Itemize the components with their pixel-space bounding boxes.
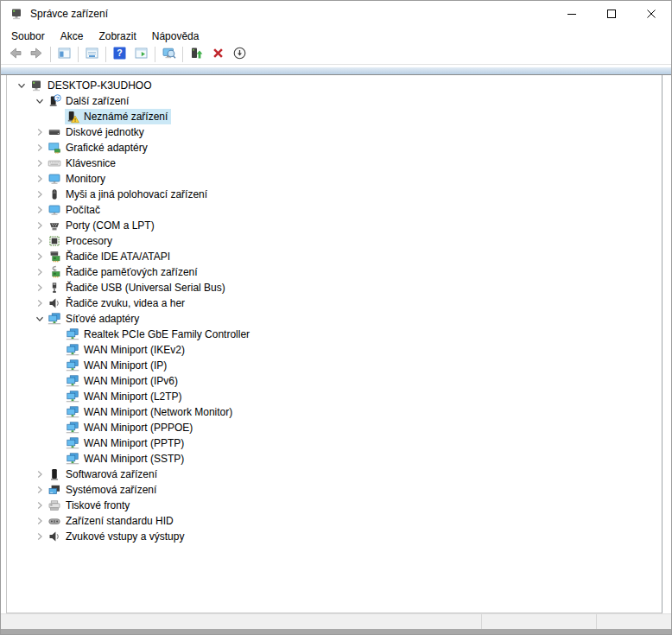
show-console-tree-button[interactable] <box>54 46 75 64</box>
tree-item-content[interactable]: WAN Miniport (SSTP) <box>65 451 187 467</box>
tree-item-content[interactable]: Zvukové vstupy a výstupy <box>47 529 187 544</box>
tree-item-content[interactable]: Síťové adaptéry <box>47 311 143 327</box>
tree-item-content[interactable]: Diskové jednotky <box>47 124 148 140</box>
chevron-right-icon[interactable] <box>32 498 47 512</box>
tree-item[interactable]: Softwarová zařízení <box>7 467 662 482</box>
chevron-right-icon[interactable] <box>32 203 47 217</box>
chevron-down-icon[interactable] <box>32 312 47 326</box>
scan-hardware-changes-button[interactable] <box>158 46 180 64</box>
chevron-right-icon[interactable] <box>32 467 47 481</box>
tree-item-content[interactable]: Procesory <box>47 233 116 249</box>
tree-item[interactable]: Myši a jiná polohovací zařízení <box>7 187 662 202</box>
chevron-right-icon[interactable] <box>32 250 47 264</box>
chevron-right-icon[interactable] <box>32 265 47 279</box>
tree-item[interactable]: Řadiče zvuku, videa a her <box>7 295 662 311</box>
help-button[interactable]: ? <box>109 46 130 64</box>
tree-item[interactable]: Zařízení standardu HID <box>7 513 662 529</box>
tree-item[interactable]: Systémová zařízení <box>7 482 662 498</box>
tree-item-content[interactable]: Řadiče USB (Universal Serial Bus) <box>47 280 229 295</box>
tree-item-content[interactable]: Monitory <box>47 171 109 187</box>
tree-item[interactable]: Grafické adaptéry <box>7 140 662 156</box>
tree-item-content[interactable]: Softwarová zařízení <box>47 467 161 482</box>
tree-item-content[interactable]: WAN Miniport (IP) <box>65 358 170 373</box>
tree-item-content[interactable]: Realtek PCIe GbE Family Controller <box>65 327 253 342</box>
svg-text:?: ? <box>56 95 60 101</box>
tree-item-content[interactable]: Řadiče paměťových zařízení <box>47 264 201 280</box>
tree-item[interactable]: WAN Miniport (IPv6) <box>7 373 662 389</box>
close-button[interactable] <box>631 1 671 27</box>
tree-item-content[interactable]: Klávesnice <box>47 156 119 171</box>
tree-item-label: Procesory <box>65 234 115 248</box>
tree-item[interactable]: Monitory <box>7 171 662 187</box>
menu-soubor[interactable]: Soubor <box>3 29 53 44</box>
chevron-right-icon[interactable] <box>32 125 47 139</box>
tree-item[interactable]: DESKTOP-K3UDHOO <box>7 78 662 93</box>
tree-item-content[interactable]: WAN Miniport (PPTP) <box>65 435 187 451</box>
chevron-right-icon[interactable] <box>32 483 47 497</box>
tree-item-content[interactable]: Porty (COM a LPT) <box>47 218 158 233</box>
chevron-right-icon[interactable] <box>32 187 47 201</box>
menu-zobrazit[interactable]: Zobrazit <box>91 29 143 44</box>
tree-item[interactable]: Síťové adaptéry <box>7 311 662 327</box>
tree-item[interactable]: Realtek PCIe GbE Family Controller <box>7 327 662 342</box>
tree-item[interactable]: ?Další zařízení <box>7 93 662 109</box>
tree-item[interactable]: Zvukové vstupy a výstupy <box>7 529 662 544</box>
tree-item[interactable]: WAN Miniport (PPPOE) <box>7 420 662 435</box>
tree-item[interactable]: WAN Miniport (PPTP) <box>7 435 662 451</box>
minimize-button[interactable] <box>552 1 592 27</box>
chevron-down-icon[interactable] <box>14 79 29 92</box>
tree-item-content[interactable]: Počítač <box>47 202 104 218</box>
tree-item-content[interactable]: Myši a jiná polohovací zařízení <box>47 187 211 202</box>
tree-item[interactable]: Řadiče IDE ATA/ATAPI <box>7 249 662 264</box>
chevron-right-icon[interactable] <box>32 296 47 310</box>
chevron-right-icon[interactable] <box>32 172 47 186</box>
tree-item-content[interactable]: Systémová zařízení <box>47 482 160 498</box>
tree-item-content[interactable]: WAN Miniport (L2TP) <box>65 389 186 404</box>
show-action-pane-button[interactable] <box>130 46 152 64</box>
disable-device-button[interactable] <box>229 46 250 64</box>
chevron-right-icon[interactable] <box>32 234 47 248</box>
chevron-right-icon[interactable] <box>32 530 47 543</box>
chevron-right-icon[interactable] <box>32 514 47 528</box>
tree-item-label: DESKTOP-K3UDHOO <box>47 79 154 92</box>
tree-item-content[interactable]: Grafické adaptéry <box>47 140 151 156</box>
tree-item[interactable]: WAN Miniport (IP) <box>7 358 662 373</box>
maximize-button[interactable] <box>592 1 631 27</box>
tree-item-content[interactable]: Zařízení standardu HID <box>47 513 177 529</box>
tree-item-content[interactable]: Řadiče zvuku, videa a her <box>47 295 188 311</box>
chevron-right-icon[interactable] <box>32 281 47 295</box>
tree-item-selected-highlight[interactable]: !Neznámé zařízení <box>65 109 171 124</box>
menu-napoveda[interactable]: Nápověda <box>144 29 207 44</box>
tree-item-content[interactable]: DESKTOP-K3UDHOO <box>29 78 155 93</box>
chevron-right-icon[interactable] <box>32 219 47 232</box>
tree-item[interactable]: Diskové jednotky <box>7 124 662 140</box>
tree-item-content[interactable]: WAN Miniport (Network Monitor) <box>65 404 236 420</box>
chevron-down-icon[interactable] <box>32 94 47 108</box>
chevron-right-icon[interactable] <box>32 141 47 155</box>
tree-item[interactable]: Tiskové fronty <box>7 498 662 513</box>
uninstall-device-button[interactable] <box>207 46 229 64</box>
tree-item-content[interactable]: WAN Miniport (IKEv2) <box>65 342 188 358</box>
properties-button[interactable] <box>81 46 103 64</box>
tree-item[interactable]: Klávesnice <box>7 156 662 171</box>
tree-item[interactable]: !Neznámé zařízení <box>7 109 662 124</box>
tree-item[interactable]: Porty (COM a LPT) <box>7 218 662 233</box>
menu-akce[interactable]: Akce <box>53 29 92 44</box>
tree-item[interactable]: WAN Miniport (Network Monitor) <box>7 404 662 420</box>
tree-item-content[interactable]: WAN Miniport (PPPOE) <box>65 420 196 435</box>
forward-button[interactable] <box>26 46 48 64</box>
tree-item-content[interactable]: Tiskové fronty <box>47 498 133 513</box>
tree-item[interactable]: Řadiče USB (Universal Serial Bus) <box>7 280 662 295</box>
tree-item[interactable]: WAN Miniport (SSTP) <box>7 451 662 467</box>
tree-item[interactable]: Počítač <box>7 202 662 218</box>
tree-item[interactable]: Řadiče paměťových zařízení <box>7 264 662 280</box>
back-button[interactable] <box>4 46 26 64</box>
tree-item[interactable]: WAN Miniport (IKEv2) <box>7 342 662 358</box>
tree-item-content[interactable]: Řadiče IDE ATA/ATAPI <box>47 249 174 264</box>
chevron-right-icon[interactable] <box>32 156 47 170</box>
tree-item-content[interactable]: ?Další zařízení <box>47 93 132 109</box>
tree-item[interactable]: WAN Miniport (L2TP) <box>7 389 662 404</box>
tree-item[interactable]: Procesory <box>7 233 662 249</box>
update-driver-button[interactable] <box>186 46 207 64</box>
tree-item-content[interactable]: WAN Miniport (IPv6) <box>65 373 181 389</box>
